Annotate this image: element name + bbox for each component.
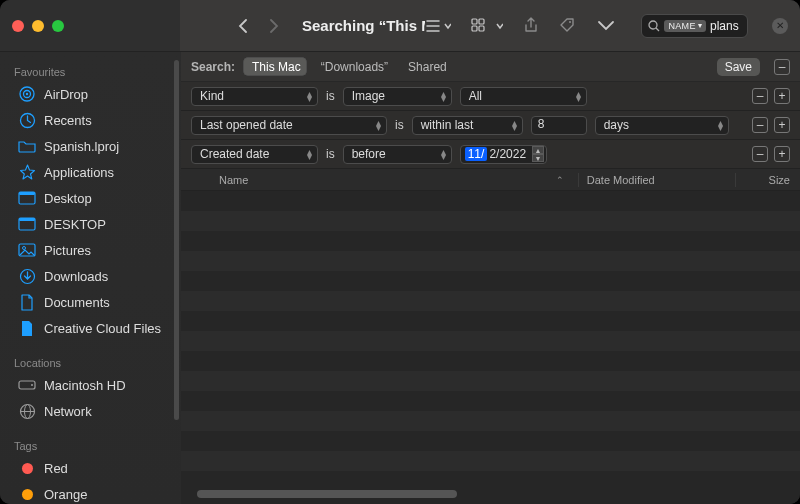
column-date[interactable]: Date Modified	[587, 174, 727, 186]
sidebar-item-macintosh-hd[interactable]: Macintosh HD	[4, 372, 177, 398]
sidebar-tag-orange[interactable]: Orange	[4, 481, 177, 504]
tag-icon[interactable]	[559, 17, 577, 35]
share-icon[interactable]	[523, 17, 539, 35]
group-icon[interactable]	[471, 17, 503, 35]
criteria-field-select[interactable]: Created date▴▾	[191, 145, 318, 164]
scope-shared[interactable]: Shared	[402, 60, 453, 74]
table-row[interactable]	[181, 351, 800, 371]
criteria-op: is	[326, 147, 335, 161]
titlebar: Searching “This M... NAME▾ plans	[0, 0, 800, 52]
pictures-icon	[18, 241, 36, 259]
sidebar-item-pictures[interactable]: Pictures	[4, 237, 177, 263]
sidebar-item-spanish[interactable]: Spanish.lproj	[4, 133, 177, 159]
sidebar-item-desktop2[interactable]: DESKTOP	[4, 211, 177, 237]
forward-button[interactable]	[270, 19, 284, 33]
criteria-value-select[interactable]: before▴▾	[343, 145, 452, 164]
scope-downloads[interactable]: “Downloads”	[315, 60, 394, 74]
svg-point-22	[31, 384, 33, 386]
search-token[interactable]: NAME▾	[664, 20, 706, 32]
svg-rect-3	[472, 19, 477, 24]
table-row[interactable]	[181, 311, 800, 331]
creative-cloud-icon	[18, 319, 36, 337]
desktop-icon	[18, 215, 36, 233]
sidebar-item-label: Creative Cloud Files	[44, 321, 161, 336]
table-row[interactable]	[181, 331, 800, 351]
more-icon[interactable]	[597, 17, 615, 35]
table-row[interactable]	[181, 451, 800, 471]
criteria-field-select[interactable]: Kind▴▾	[191, 87, 318, 106]
scope-this-mac[interactable]: This Mac	[243, 57, 307, 76]
folder-icon	[18, 137, 36, 155]
add-row-button[interactable]: +	[774, 88, 790, 104]
table-row[interactable]	[181, 371, 800, 391]
downloads-icon	[18, 267, 36, 285]
tag-dot-icon	[22, 463, 33, 474]
sidebar-tag-red[interactable]: Red	[4, 455, 177, 481]
criteria-value-select[interactable]: Image▴▾	[343, 87, 452, 106]
search-field[interactable]: NAME▾ plans	[641, 14, 748, 38]
traffic-lights	[12, 20, 64, 32]
criteria-row-kind: Kind▴▾ is Image▴▾ All▴▾ – +	[181, 82, 800, 111]
remove-row-button[interactable]: –	[752, 146, 768, 162]
remove-row-button[interactable]: –	[752, 117, 768, 133]
criteria-extra-select[interactable]: All▴▾	[460, 87, 587, 106]
table-row[interactable]	[181, 211, 800, 231]
sidebar-section-favourites: Favourites	[0, 60, 181, 81]
sidebar-scrollbar[interactable]	[174, 60, 179, 420]
sidebar-item-applications[interactable]: Applications	[4, 159, 177, 185]
svg-rect-17	[19, 218, 35, 221]
sidebar-item-label: Network	[44, 404, 92, 419]
sidebar-item-airdrop[interactable]: AirDrop	[4, 81, 177, 107]
criteria-field-select[interactable]: Last opened date▴▾	[191, 116, 387, 135]
add-row-button[interactable]: +	[774, 117, 790, 133]
date-rest-segment[interactable]: 2/2022	[487, 147, 528, 161]
criteria-unit-select[interactable]: days▴▾	[595, 116, 729, 135]
desktop-icon	[18, 189, 36, 207]
date-month-segment[interactable]: 11/	[465, 147, 488, 161]
date-stepper[interactable]: ▲▼	[532, 146, 544, 162]
column-size[interactable]: Size	[769, 174, 790, 186]
criteria-value-select[interactable]: within last▴▾	[412, 116, 523, 135]
sidebar-item-network[interactable]: Network	[4, 398, 177, 424]
sidebar-item-documents[interactable]: Documents	[4, 289, 177, 315]
sidebar-section-tags: Tags	[0, 434, 181, 455]
sidebar-item-label: Desktop	[44, 191, 92, 206]
criteria-number-input[interactable]: 8	[531, 116, 587, 135]
sidebar-item-downloads[interactable]: Downloads	[4, 263, 177, 289]
view-list-icon[interactable]	[425, 17, 451, 35]
table-row[interactable]	[181, 411, 800, 431]
documents-icon	[18, 293, 36, 311]
sidebar-item-cc[interactable]: Creative Cloud Files	[4, 315, 177, 341]
horizontal-scrollbar[interactable]	[187, 490, 794, 498]
zoom-button[interactable]	[52, 20, 64, 32]
search-input[interactable]: plans	[710, 19, 744, 33]
remove-criteria-button[interactable]: –	[774, 59, 790, 75]
table-row[interactable]	[181, 291, 800, 311]
add-row-button[interactable]: +	[774, 146, 790, 162]
sidebar-item-recents[interactable]: Recents	[4, 107, 177, 133]
table-row[interactable]	[181, 191, 800, 211]
table-row[interactable]	[181, 391, 800, 411]
sidebar-section-locations: Locations	[0, 351, 181, 372]
criteria-op: is	[395, 118, 404, 132]
table-row[interactable]	[181, 431, 800, 451]
table-row[interactable]	[181, 471, 800, 491]
applications-icon	[18, 163, 36, 181]
remove-row-button[interactable]: –	[752, 88, 768, 104]
back-button[interactable]	[238, 19, 252, 33]
sidebar-item-desktop[interactable]: Desktop	[4, 185, 177, 211]
table-row[interactable]	[181, 231, 800, 251]
close-button[interactable]	[12, 20, 24, 32]
svg-rect-4	[479, 19, 484, 24]
svg-point-8	[649, 21, 657, 29]
clear-search-button[interactable]: ✕	[772, 18, 788, 34]
svg-line-9	[656, 28, 659, 31]
minimize-button[interactable]	[32, 20, 44, 32]
save-search-button[interactable]: Save	[717, 58, 760, 76]
sidebar-item-label: Red	[44, 461, 68, 476]
table-row[interactable]	[181, 251, 800, 271]
scope-label: Search:	[191, 60, 235, 74]
column-name[interactable]: Name	[191, 174, 531, 186]
table-row[interactable]	[181, 271, 800, 291]
criteria-date-input[interactable]: 11/ 2/2022 ▲▼	[460, 145, 547, 164]
